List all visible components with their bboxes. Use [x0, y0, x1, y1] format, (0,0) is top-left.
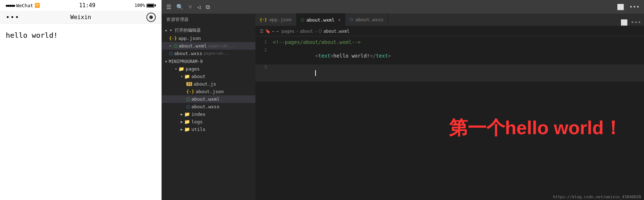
- phone-content: hello world!: [0, 24, 162, 200]
- open-file-about-wxml[interactable]: ✕ ⬡ about.wxml pages\ab...: [162, 42, 255, 50]
- tab-app-json[interactable]: {·} app.json: [255, 13, 296, 26]
- phone-panel: ●●●●● WeChat 🛜 11:49 100% ••• Weixin hel…: [0, 0, 162, 200]
- about-wxss-tree-label: about.wxss: [191, 104, 219, 109]
- wxml-icon: ⬡: [174, 44, 177, 49]
- project-label: MINIPROGRAM-9: [169, 59, 203, 64]
- tab-about-wxss[interactable]: ⬡ about.wxss: [345, 13, 388, 26]
- ide-body: 资源管理器 ▾ ▾ 打开的编辑器 {·} app.json ✕ ⬡ about.…: [162, 14, 644, 200]
- signal-dots: ●●●●●: [6, 4, 15, 8]
- battery-pct: 100%: [135, 3, 145, 8]
- tab-about-wxml-label: about.wxml: [307, 17, 335, 23]
- angle-close-tag-1: </: [370, 53, 376, 59]
- close-about-wxml-icon[interactable]: ✕: [169, 44, 172, 48]
- file-about-wxml-tree[interactable]: ⬡ about.wxml: [162, 95, 255, 103]
- phone-menu-dots[interactable]: •••: [6, 13, 20, 21]
- breadcrumb-pages[interactable]: pages: [281, 29, 294, 34]
- back-icon[interactable]: ◁: [196, 2, 202, 12]
- tab-about-wxss-icon: ⬡: [350, 17, 353, 22]
- tab-about-wxml-icon: ⬡: [301, 18, 304, 22]
- angle-close-tag-2: >: [388, 53, 391, 59]
- pages-folder-label: pages: [186, 66, 200, 72]
- circle-icon: [149, 15, 153, 19]
- file-explorer-sidebar: 资源管理器 ▾ ▾ 打开的编辑器 {·} app.json ✕ ⬡ about.…: [162, 14, 255, 200]
- open-file-app-json-label: app.json: [178, 36, 201, 41]
- ide-toolbar: ☰ 🔍 ⑂ ◁ ⧉ ⬜ •••: [162, 0, 644, 14]
- breadcrumb-list-icon: ☰: [260, 29, 264, 34]
- breadcrumb-about[interactable]: about: [300, 29, 313, 34]
- about-chevron: ▾: [181, 74, 183, 78]
- file-about-js[interactable]: JS about.js: [162, 80, 255, 88]
- about-folder-icon: 📁: [184, 74, 190, 79]
- utils-folder-icon: 📁: [184, 127, 190, 132]
- source-control-icon[interactable]: ⑂: [187, 2, 194, 12]
- resource-manager-header: 资源管理器: [162, 14, 255, 26]
- more-icon[interactable]: •••: [628, 2, 641, 12]
- editor-tabs: {·} app.json ⬡ about.wxml ✕ ⬡ about.wxss…: [255, 14, 644, 26]
- wxss-icon: ⬡: [169, 51, 173, 56]
- open-file-about-wxss[interactable]: ⬡ about.wxss pages\ab...: [162, 50, 255, 57]
- breadcrumb-forward-btn[interactable]: →: [276, 29, 278, 34]
- tab-about-wxss-label: about.wxss: [355, 17, 384, 22]
- ide-area: ☰ 🔍 ⑂ ◁ ⧉ ⬜ ••• 资源管理器 ▾ ▾ 打开的编辑器 {·} ap: [162, 0, 644, 200]
- resource-manager-label: 资源管理器: [166, 17, 189, 22]
- split-editor-icon[interactable]: ⬜: [621, 19, 628, 26]
- breadcrumb-bookmark: 🔖: [265, 29, 271, 34]
- tab-about-wxml-close[interactable]: ✕: [338, 17, 341, 22]
- carrier-label: WeChat: [16, 3, 33, 8]
- folder-index[interactable]: ▶ 📁 index: [162, 110, 255, 118]
- open-editors-header[interactable]: ▾ ▾ 打开的编辑器: [162, 26, 255, 35]
- more-actions-icon[interactable]: •••: [631, 19, 641, 26]
- breadcrumb-sep-1: ›: [296, 29, 299, 34]
- code-line-2: 2 <text>hello world!</text>: [255, 47, 644, 64]
- phone-hello-text: hello world!: [6, 31, 58, 40]
- layout-icon[interactable]: ⬜: [616, 2, 626, 12]
- menu-icon[interactable]: ☰: [165, 2, 173, 12]
- about-wxml-tree-icon: ⬡: [186, 97, 190, 102]
- tab-about-wxml[interactable]: ⬡ about.wxml ✕: [296, 13, 346, 26]
- phone-battery-area: 100%: [135, 3, 156, 8]
- line-num-2: 2: [255, 47, 273, 53]
- about-wxss-tree-icon: ⬡: [186, 104, 190, 109]
- code-line-1: 1 <!--pages/about/about.wxml-->: [255, 39, 644, 47]
- code-editor[interactable]: 1 <!--pages/about/about.wxml--> 2 <text>…: [255, 36, 644, 85]
- breadcrumb-filename: about.wxml: [323, 29, 349, 34]
- project-header[interactable]: ▾ MINIPROGRAM-9: [162, 58, 255, 65]
- folder-about[interactable]: ▾ 📁 about: [162, 73, 255, 80]
- about-js-label: about.js: [194, 81, 216, 87]
- folder-logs[interactable]: ▶ 📁 logs: [162, 118, 255, 126]
- open-file-about-wxss-label: about.wxss: [174, 51, 202, 56]
- editor-main[interactable]: 1 <!--pages/about/about.wxml--> 2 <text>…: [255, 36, 644, 200]
- breadcrumb-sep-2: ›: [314, 29, 317, 34]
- phone-signal-area: ●●●●● WeChat 🛜: [6, 3, 40, 8]
- code-line-3: 3: [255, 64, 644, 82]
- utils-folder-label: utils: [191, 127, 205, 132]
- index-folder-icon: 📁: [184, 112, 190, 117]
- pages-chevron: ▾: [175, 67, 177, 71]
- search-icon[interactable]: 🔍: [175, 2, 185, 12]
- open-file-app-json[interactable]: {·} app.json: [162, 35, 255, 42]
- phone-circle-button[interactable]: [146, 13, 156, 22]
- project-tree-section: ▾ MINIPROGRAM-9 ▾ 📁 pages ▾ 📁 about: [162, 58, 255, 133]
- open-file-about-wxml-label: about.wxml: [179, 43, 207, 49]
- folder-utils[interactable]: ▶ 📁 utils: [162, 126, 255, 133]
- file-about-wxss-tree[interactable]: ⬡ about.wxss: [162, 103, 255, 110]
- logs-folder-label: logs: [191, 119, 203, 124]
- line-content-1: <!--pages/about/about.wxml-->: [273, 39, 644, 45]
- line-num-3: 3: [255, 64, 273, 70]
- phone-title-bar: ••• Weixin: [0, 11, 162, 24]
- about-json-label: about.json: [196, 89, 224, 94]
- index-folder-label: index: [191, 112, 205, 117]
- js-file-icon: JS: [186, 82, 192, 86]
- open-editors-label: ▾ 打开的编辑器: [169, 27, 200, 33]
- breadcrumb: ☰ 🔖 ← → pages › about › ⬡ about.wxml: [255, 26, 644, 36]
- split-icon[interactable]: ⧉: [204, 2, 211, 12]
- text-content: hello world!: [334, 53, 370, 59]
- file-about-json[interactable]: {·} about.json: [162, 88, 255, 95]
- open-editors-section: ▾ ▾ 打开的编辑器 {·} app.json ✕ ⬡ about.wxml p…: [162, 26, 255, 57]
- wifi-icon: 🛜: [35, 3, 40, 8]
- utils-chevron: ▶: [181, 127, 183, 131]
- breadcrumb-file-icon: ⬡: [318, 29, 322, 33]
- breadcrumb-back-btn[interactable]: ←: [272, 29, 275, 34]
- folder-pages[interactable]: ▾ 📁 pages: [162, 65, 255, 73]
- text-cursor: [315, 70, 316, 76]
